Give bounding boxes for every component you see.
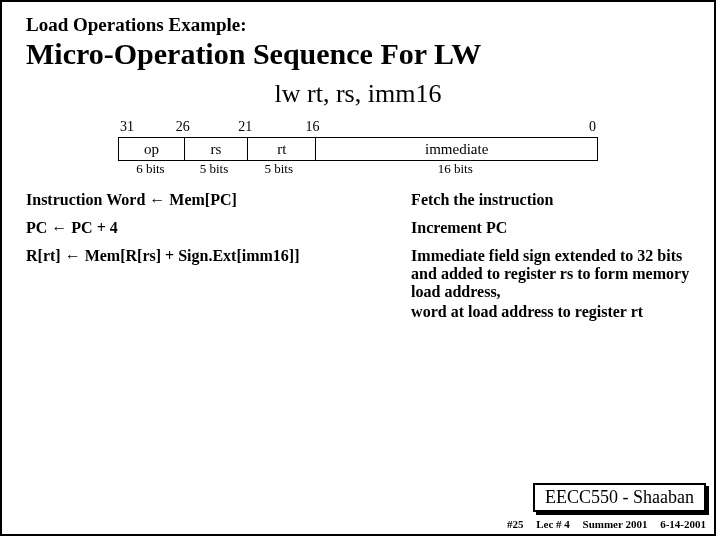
bit-0: 0 [589, 119, 596, 135]
bit-21: 21 [238, 119, 252, 135]
step-load-desc-line2: word at load address to register rt [411, 303, 690, 321]
footer-info: #25 Lec # 4 Summer 2001 6-14-2001 [497, 518, 706, 530]
bit-26: 26 [176, 119, 190, 135]
step-increment-desc: Increment PC [411, 219, 690, 237]
width-imm: 16 bits [312, 161, 598, 179]
step-fetch: Instruction Word ← Mem[PC] Fetch the ins… [26, 191, 690, 209]
field-rt: rt [248, 137, 316, 161]
width-rt: 5 bits [245, 161, 312, 179]
bit-31: 31 [120, 119, 134, 135]
step-fetch-desc: Fetch the instruction [411, 191, 690, 209]
pretitle: Load Operations Example: [26, 14, 714, 36]
step-load-expr: R[rt] ← Mem[R[rs] + Sign.Ext[imm16]] [26, 247, 411, 321]
width-rs: 5 bits [183, 161, 245, 179]
step-load-desc: Immediate field sign extended to 32 bits… [411, 247, 690, 321]
instruction-syntax: lw rt, rs, imm16 [2, 79, 714, 109]
field-op: op [118, 137, 185, 161]
course-box: EECC550 - Shaaban [533, 483, 706, 512]
field-boxes: op rs rt immediate [118, 137, 598, 161]
bit-16: 16 [305, 119, 319, 135]
field-widths: 6 bits 5 bits 5 bits 16 bits [118, 161, 598, 179]
field-immediate: immediate [316, 137, 598, 161]
slide-number: #25 [507, 518, 524, 530]
instruction-format: 31 26 21 16 0 op rs rt immediate 6 bits … [118, 119, 598, 179]
title: Micro-Operation Sequence For LW [26, 37, 714, 71]
step-load-desc-line1: Immediate field sign extended to 32 bits… [411, 247, 690, 301]
step-load: R[rt] ← Mem[R[rs] + Sign.Ext[imm16]] Imm… [26, 247, 690, 321]
step-increment: PC ← PC + 4 Increment PC [26, 219, 690, 237]
step-increment-expr: PC ← PC + 4 [26, 219, 411, 237]
lecture-number: Lec # 4 [536, 518, 570, 530]
step-fetch-expr: Instruction Word ← Mem[PC] [26, 191, 411, 209]
field-rs: rs [185, 137, 248, 161]
date: 6-14-2001 [660, 518, 706, 530]
width-op: 6 bits [118, 161, 183, 179]
bit-positions: 31 26 21 16 0 [118, 119, 598, 137]
slide-frame: Load Operations Example: Micro-Operation… [0, 0, 716, 536]
term: Summer 2001 [583, 518, 648, 530]
micro-op-steps: Instruction Word ← Mem[PC] Fetch the ins… [26, 191, 690, 321]
